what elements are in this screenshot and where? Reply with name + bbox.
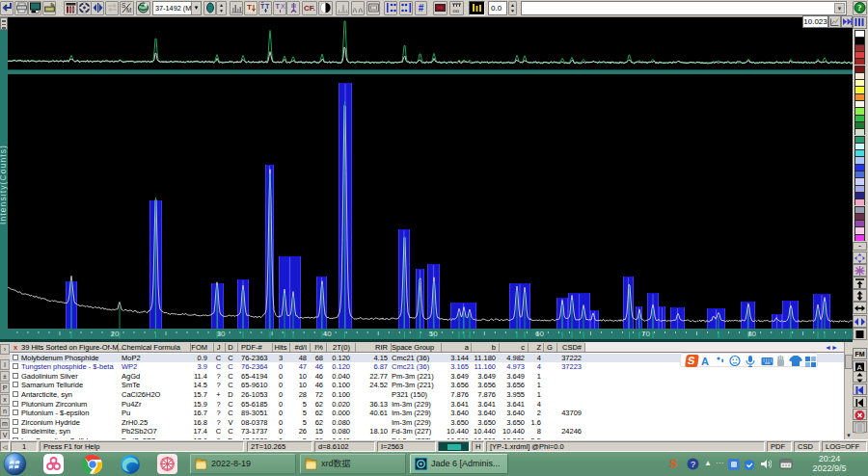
svg-text:?: ? [691,460,695,469]
svg-text:?: ? [857,3,862,13]
svg-text:A: A [701,356,709,367]
svg-text:T: T [275,3,280,10]
svg-text:T: T [265,3,270,10]
svg-text:T: T [247,3,252,12]
svg-text:X: X [281,3,285,10]
svg-text:oo: oo [453,8,460,13]
